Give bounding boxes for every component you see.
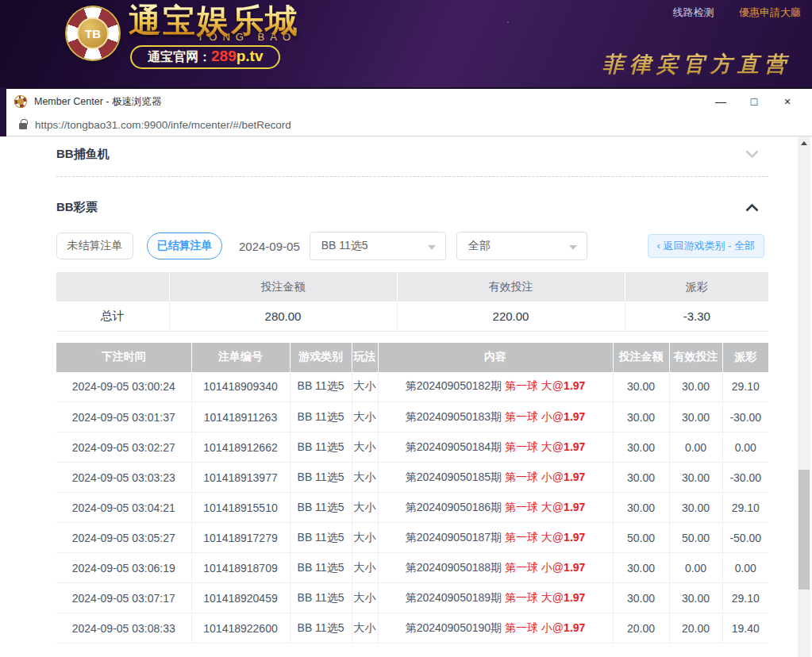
- banner-nav: 线路检测 優惠申請大廳: [672, 6, 801, 20]
- scrollbar-up-arrow-icon[interactable]: [801, 141, 807, 145]
- cell-game-type: BB 11选5: [290, 432, 352, 463]
- summary-total-label: 总计: [56, 302, 169, 331]
- content-period: 第202409050184期: [406, 440, 505, 453]
- content-period: 第202409050185期: [406, 471, 505, 483]
- cell-bet-time: 2024-09-05 03:01:37: [56, 402, 191, 432]
- unsettled-bets-button[interactable]: 未结算注单: [56, 232, 133, 259]
- content-period: 第202409050186期: [406, 501, 505, 513]
- content-pick: 第一球 小@: [505, 621, 564, 634]
- cell-game-type: BB 11选5: [290, 372, 352, 402]
- cell-payout: -30.00: [722, 463, 768, 493]
- table-row: 2024-09-05 03:03:23101418913977BB 11选5大小…: [56, 463, 768, 493]
- content-pick: 第一球 大@: [505, 591, 564, 604]
- cell-play-type: 大小: [352, 583, 378, 613]
- nav-line-check-link[interactable]: 线路检测: [672, 6, 714, 18]
- site-banner: TB 通宝娱乐城 TONG BAO 通宝官网：289p.tv 线路检测 優惠申請…: [0, 0, 812, 87]
- cell-bet-time: 2024-09-05 03:04:21: [56, 493, 191, 523]
- table-row: 2024-09-05 03:07:17101418920459BB 11选5大小…: [56, 583, 768, 613]
- cell-play-type: 大小: [352, 432, 378, 463]
- table-row: 2024-09-05 03:00:24101418909340BB 11选5大小…: [56, 372, 768, 402]
- content-odds: 1.97: [564, 410, 585, 423]
- cell-valid-bet: 0.00: [669, 553, 722, 583]
- content-odds: 1.97: [564, 531, 585, 544]
- cell-bet-amount: 30.00: [613, 463, 669, 493]
- cell-bet-id: 101418915510: [191, 493, 290, 523]
- content-odds: 1.97: [564, 501, 585, 513]
- summary-header-row: 投注金额有效投注派彩: [56, 272, 768, 302]
- table-row: 2024-09-05 03:05:27101418917279BB 11选5大小…: [56, 523, 768, 553]
- scope-select[interactable]: 全部: [456, 232, 587, 260]
- cell-valid-bet: 0.00: [669, 432, 722, 463]
- table-header-cell: 有效投注: [669, 343, 722, 372]
- minimize-button[interactable]: —: [704, 90, 737, 113]
- content-period: 第202409050182期: [406, 379, 505, 392]
- cell-play-type: 大小: [352, 613, 378, 644]
- cell-payout: 0.00: [722, 432, 768, 463]
- site-title: 通宝娱乐城: [129, 3, 299, 38]
- table-row: 2024-09-05 03:06:19101418918709BB 11选5大小…: [56, 553, 768, 583]
- banner-tagline: 菲律宾官方直营: [602, 50, 791, 79]
- section-fishing-header[interactable]: BB捕鱼机: [56, 147, 768, 162]
- content-period: 第202409050188期: [406, 561, 505, 574]
- cell-content: 第202409050188期 第一球 小@1.97: [378, 553, 613, 583]
- cell-bet-id: 101418912662: [191, 432, 290, 463]
- back-to-game-category-button[interactable]: ‹ 返回游戏类别 - 全部: [648, 234, 765, 258]
- chevron-down-icon[interactable]: [745, 150, 759, 159]
- cell-bet-amount: 30.00: [613, 493, 669, 523]
- official-site-label: 通宝官网：: [148, 50, 211, 63]
- chevron-up-icon[interactable]: [745, 203, 759, 212]
- cell-payout: 0.00: [722, 553, 768, 583]
- official-site-pill: 通宝官网：289p.tv: [130, 45, 280, 69]
- content-period: 第202409050183期: [406, 410, 505, 423]
- content-pick: 第一球 大@: [505, 501, 564, 513]
- section-lottery-header[interactable]: BB彩票: [56, 200, 768, 215]
- table-header-cell: 注单编号: [191, 343, 290, 372]
- cell-valid-bet: 50.00: [669, 523, 722, 553]
- browser-chrome: Member Center - 极速浏览器 — □ × https://tong…: [6, 87, 812, 657]
- content-odds: 1.97: [564, 561, 585, 574]
- close-button[interactable]: ×: [771, 90, 804, 113]
- scrollbar-thumb[interactable]: [799, 470, 810, 590]
- game-type-select[interactable]: BB 11选5: [310, 232, 446, 260]
- cell-valid-bet: 30.00: [669, 583, 722, 613]
- cell-bet-amount: 30.00: [613, 372, 669, 402]
- cell-bet-time: 2024-09-05 03:02:27: [56, 432, 191, 463]
- cell-play-type: 大小: [352, 493, 378, 523]
- url-bar[interactable]: https://tongbao31.com:9900/infe/mcenter/…: [6, 114, 812, 136]
- select-arrow-icon: [428, 245, 436, 250]
- cell-payout: -50.00: [722, 523, 768, 553]
- favicon-icon: [14, 95, 27, 108]
- cell-bet-time: 2024-09-05 03:06:19: [56, 553, 191, 583]
- summary-table: 投注金额有效投注派彩 总计 280.00 220.00 -3.30: [56, 272, 768, 332]
- content-pick: 第一球 大@: [505, 531, 564, 544]
- url-text: https://tongbao31.com:9900/infe/mcenter/…: [35, 119, 291, 131]
- table-row: 2024-09-05 03:08:33101418922600BB 11选5大小…: [56, 613, 768, 644]
- settled-bets-button[interactable]: 已结算注单: [147, 232, 222, 259]
- cell-bet-amount: 30.00: [613, 553, 669, 583]
- cell-bet-time: 2024-09-05 03:00:24: [56, 372, 191, 402]
- cell-valid-bet: 30.00: [669, 402, 722, 432]
- cell-game-type: BB 11选5: [290, 523, 352, 553]
- nav-promo-hall-link[interactable]: 優惠申請大廳: [739, 6, 801, 18]
- date-label: 2024-09-05: [239, 240, 300, 253]
- scope-select-value: 全部: [468, 239, 491, 253]
- section-lottery-title: BB彩票: [56, 200, 98, 215]
- table-row: 2024-09-05 03:02:27101418912662BB 11选5大小…: [56, 432, 768, 463]
- content-odds: 1.97: [564, 471, 585, 483]
- cell-payout: 19.40: [722, 613, 768, 644]
- cell-bet-id: 101418909340: [191, 372, 290, 402]
- cell-bet-amount: 30.00: [613, 432, 669, 463]
- maximize-button[interactable]: □: [737, 90, 771, 113]
- content-pick: 第一球 大@: [505, 379, 564, 392]
- cell-play-type: 大小: [352, 402, 378, 432]
- summary-bet-amount: 280.00: [169, 302, 397, 331]
- cell-payout: 29.10: [722, 372, 768, 402]
- cell-game-type: BB 11选5: [290, 553, 352, 583]
- scrollbar[interactable]: [798, 136, 810, 657]
- section-divider: [56, 176, 768, 177]
- cell-play-type: 大小: [352, 463, 378, 493]
- summary-header-cell: [56, 272, 169, 302]
- cell-play-type: 大小: [352, 553, 378, 583]
- cell-bet-amount: 20.00: [613, 613, 669, 644]
- cell-bet-time: 2024-09-05 03:07:17: [56, 583, 191, 613]
